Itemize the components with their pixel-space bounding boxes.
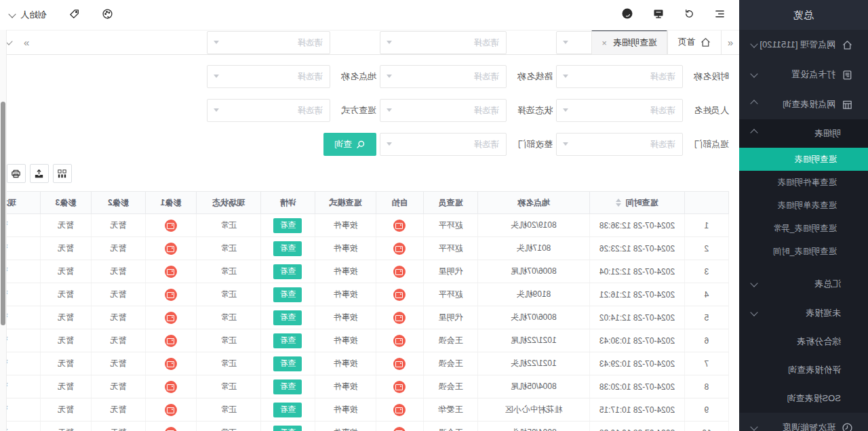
sidebar-leaf-0-1[interactable]: 巡查事件明细表 bbox=[739, 171, 868, 194]
tag-button[interactable] bbox=[68, 8, 80, 22]
search-button[interactable]: 查询 bbox=[323, 133, 376, 156]
image-badge-icon[interactable] bbox=[165, 404, 177, 416]
cell-img3: 暂无 bbox=[58, 335, 74, 345]
refresh-button[interactable] bbox=[684, 8, 695, 22]
sidebar-item-3[interactable]: 班次智能调度 bbox=[739, 413, 868, 431]
form-field-1-1: 路线名称请选择 bbox=[380, 65, 553, 88]
table-cell bbox=[146, 214, 197, 237]
table-row: 22024-07-28 12:23:268017机头赵环平按事件查看正常暂无暂无… bbox=[0, 237, 729, 260]
view-detail-button[interactable]: 查看 bbox=[274, 310, 302, 325]
view-detail-button[interactable]: 查看 bbox=[274, 287, 302, 302]
table-cell: 按事件 bbox=[315, 352, 376, 375]
sidebar-group-0[interactable]: 明细表 bbox=[739, 119, 868, 148]
field-label: 巡点部门 bbox=[683, 138, 729, 150]
select-input[interactable]: 请选择 bbox=[207, 99, 330, 122]
table-cell bbox=[376, 214, 424, 237]
screen-button[interactable] bbox=[652, 7, 665, 22]
view-detail-button[interactable]: 查看 bbox=[274, 379, 302, 394]
cell-status: 正常 bbox=[220, 289, 237, 299]
table-cell: 3 bbox=[685, 260, 729, 283]
image-badge-icon[interactable] bbox=[394, 404, 406, 416]
col-header-label: 巡查时间 bbox=[626, 198, 658, 207]
image-badge-icon[interactable] bbox=[165, 243, 177, 255]
image-badge-icon[interactable] bbox=[394, 312, 406, 324]
sidebar-subitem-3[interactable]: 综合分析表 bbox=[739, 327, 868, 356]
table-cell bbox=[376, 422, 424, 431]
view-detail-button[interactable]: 查看 bbox=[274, 426, 302, 431]
tab-patrol-detail[interactable]: 巡查明细表× bbox=[591, 30, 667, 54]
sidebar-subitem-4[interactable]: 评价报表查询 bbox=[739, 356, 868, 384]
col-header-img3: 影像3 bbox=[41, 192, 92, 214]
sidebar-item-2[interactable]: 网点报表查询 bbox=[739, 89, 868, 119]
cell-index: 6 bbox=[705, 336, 709, 346]
view-detail-button[interactable]: 查看 bbox=[274, 264, 302, 279]
export-button[interactable] bbox=[30, 164, 49, 183]
cell-status: 正常 bbox=[220, 358, 237, 368]
user-menu[interactable]: 创始人 bbox=[9, 9, 47, 21]
image-badge-icon[interactable] bbox=[394, 358, 406, 370]
image-badge-icon[interactable] bbox=[165, 266, 177, 278]
clock-icon bbox=[842, 422, 853, 431]
select-input[interactable]: 请选择 bbox=[380, 65, 507, 88]
tabs-scroll-left-button[interactable]: « bbox=[722, 30, 739, 54]
close-icon[interactable]: × bbox=[601, 38, 607, 48]
image-badge-icon[interactable] bbox=[165, 335, 177, 347]
sidebar-item-1[interactable]: 打卡点设置 bbox=[739, 60, 868, 89]
image-badge-icon[interactable] bbox=[165, 381, 177, 393]
view-detail-button[interactable]: 查看 bbox=[274, 241, 302, 256]
sort-icon[interactable] bbox=[616, 199, 622, 207]
image-badge-icon[interactable] bbox=[165, 358, 177, 370]
moon-button[interactable] bbox=[621, 7, 633, 22]
image-badge-icon[interactable] bbox=[394, 289, 406, 301]
results-table: 巡查时间地点名称巡查员自拍巡查模式详情现场状态影像1影像2影像3现场签到 120… bbox=[0, 191, 729, 431]
sidebar-item-0[interactable]: 网点管理 [1151120] bbox=[739, 30, 868, 60]
select-input[interactable]: 请选择 bbox=[556, 99, 683, 122]
cell-img3: 暂无 bbox=[58, 405, 74, 414]
table-cell: 1 bbox=[685, 214, 729, 237]
view-detail-button[interactable]: 查看 bbox=[274, 333, 302, 348]
tabs-scroll-right-button[interactable]: » bbox=[18, 30, 35, 54]
cell-status: 正常 bbox=[220, 243, 237, 253]
table-cell: 暂无 bbox=[41, 237, 92, 260]
cell-img2: 暂无 bbox=[111, 289, 127, 299]
image-badge-icon[interactable] bbox=[394, 266, 406, 278]
content-scrollbar-thumb[interactable] bbox=[1, 102, 5, 325]
image-badge-icon[interactable] bbox=[394, 220, 406, 232]
print-button[interactable] bbox=[7, 164, 26, 183]
image-badge-icon[interactable] bbox=[394, 335, 406, 347]
sidebar-group-1[interactable]: 汇总表 bbox=[739, 268, 868, 299]
sidebar-item-label: 打卡点设置 bbox=[791, 68, 835, 81]
column-settings-button[interactable] bbox=[53, 164, 72, 183]
view-detail-button[interactable]: 查看 bbox=[274, 403, 302, 417]
sidebar-leaf-0-0[interactable]: 巡查明细表 bbox=[739, 148, 868, 171]
caret-down-icon bbox=[563, 75, 568, 78]
sidebar-subitem-5[interactable]: SOS报表查询 bbox=[739, 384, 868, 413]
select-input[interactable]: 请选择 bbox=[207, 65, 330, 88]
sidebar-leaf-0-2[interactable]: 巡查表单明细表 bbox=[739, 194, 868, 217]
sidebar-leaf-0-3[interactable]: 巡查明细表_异常 bbox=[739, 217, 868, 240]
form-field-1-2: 地点名称请选择 bbox=[207, 65, 376, 88]
image-badge-icon[interactable] bbox=[394, 381, 406, 393]
sidebar-group-2[interactable]: 未巡报表 bbox=[739, 299, 868, 327]
image-badge-icon[interactable] bbox=[394, 427, 406, 431]
select-input[interactable]: 请选择 bbox=[380, 99, 507, 122]
menu-fold-button[interactable] bbox=[714, 8, 726, 22]
select-input[interactable]: 请选择 bbox=[556, 65, 683, 88]
select-input[interactable]: 请选择 bbox=[380, 133, 507, 156]
content-scrollbar[interactable] bbox=[0, 30, 7, 431]
view-detail-button[interactable]: 查看 bbox=[274, 218, 302, 233]
palette-button[interactable] bbox=[102, 8, 113, 22]
image-badge-icon[interactable] bbox=[165, 289, 177, 301]
select-input[interactable]: 请选择 bbox=[556, 133, 683, 156]
image-badge-icon[interactable] bbox=[165, 220, 177, 232]
tab-home[interactable]: 首页 bbox=[667, 30, 722, 54]
tag-icon bbox=[68, 8, 80, 20]
image-badge-icon[interactable] bbox=[165, 312, 177, 324]
table-cell bbox=[376, 237, 424, 260]
view-detail-button[interactable]: 查看 bbox=[274, 356, 302, 371]
image-badge-icon[interactable] bbox=[165, 427, 177, 431]
table-cell: 王会强 bbox=[424, 422, 478, 431]
table-cell bbox=[376, 283, 424, 306]
sidebar-leaf-0-4[interactable]: 巡查明细表_时间 bbox=[739, 240, 868, 263]
image-badge-icon[interactable] bbox=[394, 243, 406, 255]
